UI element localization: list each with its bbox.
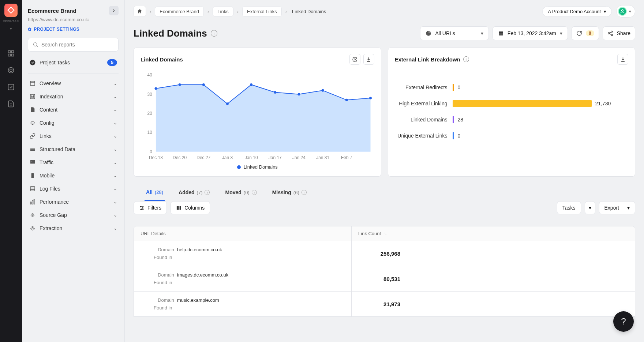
app-logo[interactable] <box>4 4 18 17</box>
tasks-dropdown[interactable]: Tasks <box>557 201 581 214</box>
th-url[interactable]: URL Details <box>134 226 352 241</box>
download-button[interactable] <box>363 54 374 65</box>
table-row[interactable]: Domainhelp.dc.ecomm.co.uk Found in 256,9… <box>134 241 635 266</box>
svg-rect-3 <box>8 54 11 56</box>
url-filter-dropdown[interactable]: All URLs ▾ <box>420 26 488 40</box>
tab-all[interactable]: All (28) <box>145 184 165 201</box>
breakdown-row[interactable]: Linked Domains28 <box>397 116 626 123</box>
nav-icon <box>29 185 36 192</box>
sidebar-item-traffic[interactable]: Traffic⌄ <box>28 156 119 169</box>
brand-switcher[interactable] <box>109 6 119 15</box>
sidebar-item-indexation[interactable]: Indexation⌄ <box>28 90 119 103</box>
sidebar-item-config[interactable]: Config⌄ <box>28 116 119 129</box>
sidebar-item-mobile[interactable]: Mobile⌄ <box>28 169 119 182</box>
sidebar-project-tasks[interactable]: Project Tasks 5 <box>28 56 119 69</box>
nav-icon <box>29 199 36 205</box>
topbar: › Ecommerce Brand › Links › External Lin… <box>125 0 644 23</box>
svg-text:Dec 27: Dec 27 <box>196 155 210 160</box>
svg-text:Dec 20: Dec 20 <box>173 155 187 160</box>
sidebar-item-structured-data[interactable]: Structured Data⌄ <box>28 143 119 156</box>
tab-added[interactable]: Added (7) i <box>177 184 211 201</box>
share-button[interactable]: Share <box>603 26 635 40</box>
brand-title: Ecommerce Brand <box>28 8 76 14</box>
sidebar-item-performance[interactable]: Performance⌄ <box>28 195 119 208</box>
page-title: Linked Domains <box>134 28 207 39</box>
grid-icon[interactable] <box>7 49 15 57</box>
sidebar-item-links[interactable]: Links⌄ <box>28 129 119 143</box>
search-input[interactable] <box>41 42 114 48</box>
chevron-down-icon: ⌄ <box>113 147 117 152</box>
th-count[interactable]: Link Count ↑↓ <box>352 226 407 241</box>
breadcrumb-home[interactable] <box>134 6 146 17</box>
refresh-badge: 0 <box>586 30 594 36</box>
info-icon[interactable]: i <box>211 30 217 37</box>
svg-rect-7 <box>8 84 14 90</box>
svg-text:Dec 13: Dec 13 <box>149 155 163 160</box>
svg-rect-1 <box>8 51 11 53</box>
breakdown-row[interactable]: High External Linking21,730 <box>397 100 626 107</box>
columns-button[interactable]: Columns <box>171 201 210 214</box>
svg-text:20: 20 <box>147 111 153 116</box>
tab-moved[interactable]: Moved (0) i <box>224 184 258 201</box>
chevron-down-icon: ⌄ <box>113 134 117 139</box>
breakdown-row[interactable]: External Redirects0 <box>397 84 626 91</box>
results-table: URL Details Link Count ↑↓ Domainhelp.dc.… <box>134 226 635 317</box>
sidebar-item-extraction[interactable]: Extraction⌄ <box>28 222 119 235</box>
svg-point-42 <box>369 97 372 99</box>
search-input-wrap[interactable] <box>28 38 119 52</box>
svg-point-33 <box>154 87 157 90</box>
help-button[interactable]: ? <box>613 311 634 332</box>
svg-text:Jan 24: Jan 24 <box>292 155 306 160</box>
tasks-dropdown-caret[interactable]: ▾ <box>585 201 595 214</box>
svg-point-37 <box>250 83 252 86</box>
info-icon: i <box>252 190 257 195</box>
refresh-button[interactable]: 0 <box>572 26 599 40</box>
columns-icon <box>176 205 181 211</box>
user-menu[interactable]: ▾ <box>616 5 635 18</box>
svg-point-38 <box>274 91 276 94</box>
filters-button[interactable]: Filters <box>134 201 167 214</box>
sidebar-item-source-gap[interactable]: Source Gap⌄ <box>28 208 119 222</box>
rail-label: ANALYZE <box>3 19 19 23</box>
refresh-icon <box>576 30 582 36</box>
download-icon <box>366 57 371 62</box>
app-rail: ANALYZE ▾ <box>0 0 22 342</box>
svg-point-52 <box>140 206 141 207</box>
project-settings-link[interactable]: ✿ PROJECT SETTINGS <box>28 27 119 32</box>
tab-missing[interactable]: Missing (6) i <box>271 184 308 201</box>
target-icon[interactable] <box>7 66 15 74</box>
breadcrumb-item[interactable]: Ecommerce Brand <box>155 7 204 16</box>
svg-rect-12 <box>30 148 35 149</box>
svg-point-53 <box>142 207 143 208</box>
account-switcher[interactable]: A Product Demo Account ▾ <box>542 6 612 17</box>
chevron-down-icon[interactable]: ▾ <box>10 26 12 31</box>
nav-icon <box>29 93 36 100</box>
breakdown-row[interactable]: Unique External Links0 <box>397 132 626 139</box>
info-icon[interactable]: i <box>463 56 469 62</box>
table-row[interactable]: Domainmusic.example.com Found in 21,973 <box>134 292 635 317</box>
breadcrumb-item[interactable]: Links <box>213 7 233 16</box>
svg-text:10: 10 <box>147 130 153 135</box>
search-icon <box>33 42 38 48</box>
sidebar-item-log-files[interactable]: Log Files⌄ <box>28 182 119 195</box>
date-picker[interactable]: Feb 13, 2022 3:42am ▾ <box>493 26 568 40</box>
check-square-icon[interactable] <box>7 83 15 91</box>
svg-rect-10 <box>30 81 35 86</box>
svg-point-24 <box>611 31 613 32</box>
export-dropdown[interactable]: Export ▾ <box>599 201 635 214</box>
svg-point-36 <box>226 102 229 105</box>
svg-text:Feb 7: Feb 7 <box>341 155 352 160</box>
svg-rect-4 <box>12 54 14 56</box>
share-icon <box>607 30 613 36</box>
document-icon[interactable] <box>7 100 15 108</box>
breadcrumb-item[interactable]: External Links <box>242 7 282 16</box>
download-button[interactable] <box>617 54 628 65</box>
chevron-down-icon: ▾ <box>629 9 631 14</box>
chart-settings-button[interactable] <box>349 54 360 65</box>
table-row[interactable]: Domainimages.dc.ecomm.co.uk Found in 80,… <box>134 266 635 292</box>
sidebar-item-overview[interactable]: Overview⌄ <box>28 77 119 90</box>
svg-text:Jan 17: Jan 17 <box>269 155 282 160</box>
sidebar-item-content[interactable]: Content⌄ <box>28 103 119 116</box>
nav-icon <box>29 80 36 87</box>
breadcrumb: › Ecommerce Brand › Links › External Lin… <box>134 6 327 17</box>
